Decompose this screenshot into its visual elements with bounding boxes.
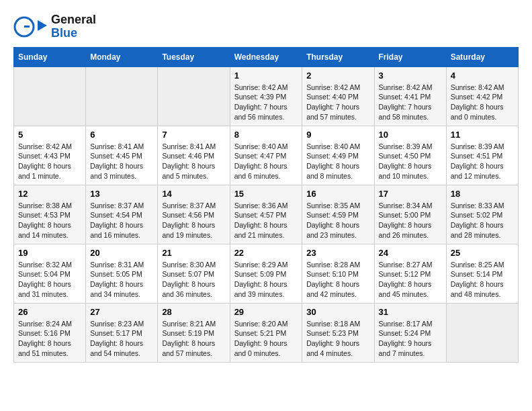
calendar-cell: 28Sunrise: 8:21 AM Sunset: 5:19 PM Dayli… [158, 303, 230, 362]
calendar-cell [86, 66, 158, 126]
calendar-cell: 25Sunrise: 8:25 AM Sunset: 5:14 PM Dayli… [446, 244, 518, 303]
day-info: Sunrise: 8:20 AM Sunset: 5:21 PM Dayligh… [234, 319, 298, 359]
calendar-cell: 20Sunrise: 8:31 AM Sunset: 5:05 PM Dayli… [86, 244, 158, 303]
day-info: Sunrise: 8:42 AM Sunset: 4:43 PM Dayligh… [18, 142, 81, 181]
day-info: Sunrise: 8:31 AM Sunset: 5:05 PM Dayligh… [90, 260, 153, 300]
day-info: Sunrise: 8:25 AM Sunset: 5:14 PM Dayligh… [451, 260, 514, 300]
day-info: Sunrise: 8:28 AM Sunset: 5:10 PM Dayligh… [306, 260, 369, 300]
day-info: Sunrise: 8:42 AM Sunset: 4:40 PM Dayligh… [306, 83, 369, 122]
weekday-thursday: Thursday [302, 47, 374, 66]
day-number: 25 [451, 248, 514, 258]
day-number: 18 [451, 189, 514, 199]
calendar-cell: 11Sunrise: 8:39 AM Sunset: 4:51 PM Dayli… [446, 126, 518, 185]
weekday-friday: Friday [374, 47, 446, 66]
day-number: 29 [234, 307, 298, 317]
svg-rect-1 [24, 26, 30, 28]
day-number: 27 [90, 307, 153, 317]
day-number: 20 [90, 248, 153, 258]
calendar-cell: 8Sunrise: 8:40 AM Sunset: 4:47 PM Daylig… [230, 126, 302, 185]
day-number: 13 [90, 189, 153, 199]
day-number: 15 [234, 189, 298, 199]
day-number: 7 [162, 130, 225, 140]
weekday-sunday: Sunday [14, 47, 86, 66]
calendar-cell: 31Sunrise: 8:17 AM Sunset: 5:24 PM Dayli… [374, 303, 446, 362]
svg-marker-2 [38, 20, 47, 31]
calendar-cell: 2Sunrise: 8:42 AM Sunset: 4:40 PM Daylig… [302, 66, 374, 126]
calendar-cell: 21Sunrise: 8:30 AM Sunset: 5:07 PM Dayli… [158, 244, 230, 303]
calendar-cell [158, 66, 230, 126]
calendar-cell: 22Sunrise: 8:29 AM Sunset: 5:09 PM Dayli… [230, 244, 302, 303]
calendar-cell [446, 303, 518, 362]
day-info: Sunrise: 8:27 AM Sunset: 5:12 PM Dayligh… [379, 260, 442, 300]
day-info: Sunrise: 8:38 AM Sunset: 4:53 PM Dayligh… [18, 201, 81, 240]
calendar-cell: 3Sunrise: 8:42 AM Sunset: 4:41 PM Daylig… [374, 66, 446, 126]
day-info: Sunrise: 8:33 AM Sunset: 5:02 PM Dayligh… [451, 201, 514, 240]
weekday-tuesday: Tuesday [158, 47, 230, 66]
calendar-cell: 9Sunrise: 8:40 AM Sunset: 4:49 PM Daylig… [302, 126, 374, 185]
calendar-cell: 15Sunrise: 8:36 AM Sunset: 4:57 PM Dayli… [230, 185, 302, 244]
calendar-cell: 30Sunrise: 8:18 AM Sunset: 5:23 PM Dayli… [302, 303, 374, 362]
day-number: 8 [234, 130, 298, 140]
day-number: 1 [234, 71, 298, 81]
calendar-cell: 5Sunrise: 8:42 AM Sunset: 4:43 PM Daylig… [14, 126, 86, 185]
day-number: 26 [18, 307, 81, 317]
day-number: 10 [379, 130, 442, 140]
calendar-body: 1Sunrise: 8:42 AM Sunset: 4:39 PM Daylig… [14, 66, 519, 362]
calendar-cell [14, 66, 86, 126]
day-info: Sunrise: 8:40 AM Sunset: 4:49 PM Dayligh… [306, 142, 369, 181]
calendar-cell: 7Sunrise: 8:41 AM Sunset: 4:46 PM Daylig… [158, 126, 230, 185]
day-number: 17 [379, 189, 442, 199]
header: GeneralBlue [13, 13, 519, 40]
weekday-header-row: SundayMondayTuesdayWednesdayThursdayFrid… [14, 47, 519, 66]
day-info: Sunrise: 8:30 AM Sunset: 5:07 PM Dayligh… [162, 260, 225, 300]
weekday-saturday: Saturday [446, 47, 518, 66]
day-info: Sunrise: 8:32 AM Sunset: 5:04 PM Dayligh… [18, 260, 81, 300]
day-number: 24 [379, 248, 442, 258]
calendar-cell: 26Sunrise: 8:24 AM Sunset: 5:16 PM Dayli… [14, 303, 86, 362]
day-info: Sunrise: 8:42 AM Sunset: 4:39 PM Dayligh… [234, 83, 298, 122]
day-info: Sunrise: 8:29 AM Sunset: 5:09 PM Dayligh… [234, 260, 298, 300]
day-info: Sunrise: 8:34 AM Sunset: 5:00 PM Dayligh… [379, 201, 442, 240]
day-number: 31 [379, 307, 442, 317]
day-number: 14 [162, 189, 225, 199]
day-number: 19 [18, 248, 81, 258]
logo-blue: Blue [51, 26, 77, 40]
day-number: 30 [306, 307, 369, 317]
calendar-cell: 12Sunrise: 8:38 AM Sunset: 4:53 PM Dayli… [14, 185, 86, 244]
day-number: 9 [306, 130, 369, 140]
day-info: Sunrise: 8:42 AM Sunset: 4:41 PM Dayligh… [379, 83, 442, 122]
calendar-cell: 4Sunrise: 8:42 AM Sunset: 4:42 PM Daylig… [446, 66, 518, 126]
calendar-cell: 29Sunrise: 8:20 AM Sunset: 5:21 PM Dayli… [230, 303, 302, 362]
calendar-cell: 18Sunrise: 8:33 AM Sunset: 5:02 PM Dayli… [446, 185, 518, 244]
day-number: 4 [451, 71, 514, 81]
day-info: Sunrise: 8:39 AM Sunset: 4:51 PM Dayligh… [451, 142, 514, 181]
calendar-cell: 10Sunrise: 8:39 AM Sunset: 4:50 PM Dayli… [374, 126, 446, 185]
weekday-monday: Monday [86, 47, 158, 66]
logo-svg [13, 16, 47, 38]
calendar-cell: 1Sunrise: 8:42 AM Sunset: 4:39 PM Daylig… [230, 66, 302, 126]
calendar-cell: 16Sunrise: 8:35 AM Sunset: 4:59 PM Dayli… [302, 185, 374, 244]
day-info: Sunrise: 8:37 AM Sunset: 4:54 PM Dayligh… [90, 201, 153, 240]
day-number: 22 [234, 248, 298, 258]
calendar-cell: 6Sunrise: 8:41 AM Sunset: 4:45 PM Daylig… [86, 126, 158, 185]
calendar-table: SundayMondayTuesdayWednesdayThursdayFrid… [13, 47, 519, 363]
day-info: Sunrise: 8:17 AM Sunset: 5:24 PM Dayligh… [379, 319, 442, 359]
day-number: 11 [451, 130, 514, 140]
week-row-4: 19Sunrise: 8:32 AM Sunset: 5:04 PM Dayli… [14, 244, 519, 303]
week-row-3: 12Sunrise: 8:38 AM Sunset: 4:53 PM Dayli… [14, 185, 519, 244]
day-info: Sunrise: 8:35 AM Sunset: 4:59 PM Dayligh… [306, 201, 369, 240]
day-info: Sunrise: 8:36 AM Sunset: 4:57 PM Dayligh… [234, 201, 298, 240]
week-row-2: 5Sunrise: 8:42 AM Sunset: 4:43 PM Daylig… [14, 126, 519, 185]
day-info: Sunrise: 8:42 AM Sunset: 4:42 PM Dayligh… [451, 83, 514, 122]
day-number: 3 [379, 71, 442, 81]
week-row-1: 1Sunrise: 8:42 AM Sunset: 4:39 PM Daylig… [14, 66, 519, 126]
calendar-cell: 13Sunrise: 8:37 AM Sunset: 4:54 PM Dayli… [86, 185, 158, 244]
weekday-wednesday: Wednesday [230, 47, 302, 66]
calendar-header: SundayMondayTuesdayWednesdayThursdayFrid… [14, 47, 519, 66]
calendar-cell: 24Sunrise: 8:27 AM Sunset: 5:12 PM Dayli… [374, 244, 446, 303]
week-row-5: 26Sunrise: 8:24 AM Sunset: 5:16 PM Dayli… [14, 303, 519, 362]
day-info: Sunrise: 8:37 AM Sunset: 4:56 PM Dayligh… [162, 201, 225, 240]
calendar-cell: 27Sunrise: 8:23 AM Sunset: 5:17 PM Dayli… [86, 303, 158, 362]
day-number: 21 [162, 248, 225, 258]
logo-general: General [51, 13, 96, 26]
